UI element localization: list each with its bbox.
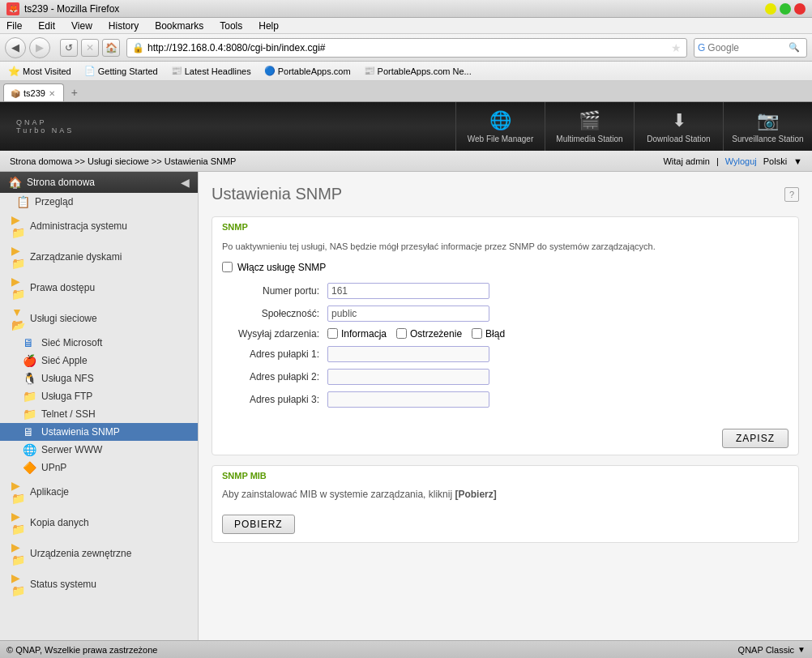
menu-tools[interactable]: Tools xyxy=(216,19,246,33)
multimedia-station-icon: 🎬 xyxy=(579,110,600,131)
telnet-icon: 📁 xyxy=(23,408,37,421)
sidebar-item-prawa-label: Prawa dostępu xyxy=(30,282,95,293)
download-button[interactable]: POBIERZ xyxy=(222,515,295,534)
snmp-section-content: Po uaktywnieniu tej usługi, NAS będzie m… xyxy=(212,232,798,422)
trap1-input[interactable] xyxy=(327,346,489,362)
sidebar-item-uslugi-label: Usługi sieciowe xyxy=(30,313,97,324)
language-dropdown-icon[interactable]: ▼ xyxy=(793,156,802,166)
bookmark-headlines-label: Latest Headlines xyxy=(185,66,251,76)
logout-link[interactable]: Wyloguj xyxy=(725,156,757,166)
star-icon[interactable]: ★ xyxy=(671,41,682,54)
firefox-icon: 🦊 xyxy=(6,2,19,15)
minimize-button[interactable] xyxy=(765,3,776,15)
sidebar-item-upnp[interactable]: 🔶 UPnP xyxy=(0,459,198,476)
nav-download-station[interactable]: ⬇ Download Station xyxy=(634,102,723,151)
sidebar-item-dyski[interactable]: ▶📁 Zarządzanie dyskami xyxy=(0,241,198,272)
nav-web-file-manager[interactable]: 🌐 Web File Manager xyxy=(455,102,545,151)
sidebar-item-ms[interactable]: 🖥 Sieć Microsoft xyxy=(0,334,198,352)
bookmark-portableapps-label: PortableApps.com xyxy=(278,66,351,76)
sidebar-item-prawa[interactable]: ▶📁 Prawa dostępu xyxy=(0,272,198,303)
mib-link[interactable]: [Pobierz] xyxy=(455,489,496,500)
sidebar: 🏠 Strona domowa ◀ 📋 Przegląd ▶📁 Administ… xyxy=(0,172,199,640)
community-label: Społeczność: xyxy=(222,308,327,319)
menu-file[interactable]: File xyxy=(3,19,25,33)
sidebar-item-uslugi[interactable]: ▼📂 Usługi sieciowe xyxy=(0,303,198,334)
getting-started-icon: 📄 xyxy=(84,66,96,76)
sidebar-collapse-button[interactable]: ◀ xyxy=(181,176,190,189)
event-informacja[interactable]: Informacja xyxy=(327,328,387,340)
snmp-section: SNMP Po uaktywnieniu tej usługi, NAS będ… xyxy=(212,216,799,455)
enable-snmp-checkbox[interactable] xyxy=(222,262,233,272)
sidebar-item-nfs[interactable]: 🐧 Usługa NFS xyxy=(0,370,198,387)
nav-surveillance-station[interactable]: 📷 Surveillance Station xyxy=(723,102,812,151)
event-blad-checkbox[interactable] xyxy=(472,328,482,339)
sidebar-item-urzadzenia[interactable]: ▶📁 Urządzenia zewnętrzne xyxy=(0,538,198,569)
menu-view[interactable]: View xyxy=(68,19,96,33)
nav-web-file-manager-label: Web File Manager xyxy=(468,135,534,143)
help-icon[interactable]: ? xyxy=(784,187,799,202)
port-input[interactable] xyxy=(327,283,489,299)
upnp-icon: 🔶 xyxy=(23,461,37,474)
bookmark-getting-started[interactable]: 📄 Getting Started xyxy=(81,64,161,78)
bookmark-portableapps[interactable]: 🔵 PortableApps.com xyxy=(261,64,354,78)
events-label: Wysyłaj zdarzenia: xyxy=(222,328,327,340)
welcome-text: Witaj admin xyxy=(663,156,709,166)
forward-button[interactable]: ▶ xyxy=(29,37,50,58)
sidebar-item-apple[interactable]: 🍎 Sieć Apple xyxy=(0,352,198,370)
events-checkboxes: Informacja Ostrzeżenie Błąd xyxy=(327,328,505,340)
bookmark-headlines[interactable]: 📰 Latest Headlines xyxy=(168,64,254,78)
menu-edit[interactable]: Edit xyxy=(35,19,58,33)
event-ostrzezenie[interactable]: Ostrzeżenie xyxy=(396,328,462,340)
sidebar-item-status[interactable]: ▶📁 Status systemu xyxy=(0,569,198,600)
sidebar-item-aplikacje[interactable]: ▶📁 Aplikacje xyxy=(0,476,198,507)
community-row: Społeczność: xyxy=(222,306,788,322)
search-button[interactable]: 🔍 xyxy=(788,42,800,53)
nav-multimedia-station[interactable]: 🎬 Multimedia Station xyxy=(545,102,634,151)
save-button[interactable]: ZAPISZ xyxy=(722,429,788,448)
trap3-input[interactable] xyxy=(327,391,489,408)
sidebar-item-ftp[interactable]: 📁 Usługa FTP xyxy=(0,387,198,405)
back-button[interactable]: ◀ xyxy=(5,37,26,58)
browser-titlebar: 🦊 ts239 - Mozilla Firefox xyxy=(0,0,812,18)
menu-help[interactable]: Help xyxy=(255,19,282,33)
theme-label: QNAP Classic xyxy=(738,645,794,655)
sidebar-item-kopia[interactable]: ▶📁 Kopia danych xyxy=(0,507,198,538)
nav-download-station-label: Download Station xyxy=(647,135,710,143)
address-input[interactable] xyxy=(147,42,671,53)
sidebar-item-telnet[interactable]: 📁 Telnet / SSH xyxy=(0,405,198,423)
www-icon: 🌐 xyxy=(23,443,37,456)
event-blad[interactable]: Błąd xyxy=(472,328,505,340)
maximize-button[interactable] xyxy=(780,3,791,15)
menu-bookmarks[interactable]: Bookmarks xyxy=(152,19,207,33)
community-input[interactable] xyxy=(327,306,489,322)
event-ostrzezenie-checkbox[interactable] xyxy=(396,328,407,339)
browser-tab[interactable]: 📦 ts239 ✕ xyxy=(3,83,64,101)
ms-icon: 🖥 xyxy=(23,336,37,349)
menu-history[interactable]: History xyxy=(105,19,142,33)
home-button[interactable]: 🏠 xyxy=(102,39,120,57)
sidebar-item-www[interactable]: 🌐 Serwer WWW xyxy=(0,441,198,459)
breadcrumb-separator: | xyxy=(716,156,719,166)
mib-section-content: Aby zainstalować MIB w systemie zarządza… xyxy=(212,481,798,542)
security-icon: 🔒 xyxy=(132,42,144,53)
sidebar-item-dyski-label: Zarządzanie dyskami xyxy=(30,251,122,263)
stop-button[interactable]: ✕ xyxy=(81,39,99,57)
main-layout: 🏠 Strona domowa ◀ 📋 Przegląd ▶📁 Administ… xyxy=(0,172,812,640)
close-button[interactable] xyxy=(794,3,806,15)
reload-button[interactable]: ↺ xyxy=(60,39,78,57)
nav-multimedia-station-label: Multimedia Station xyxy=(556,135,622,143)
trap2-input[interactable] xyxy=(327,369,489,385)
sidebar-item-przeglad[interactable]: 📋 Przegląd xyxy=(0,193,198,211)
language-selector[interactable]: Polski xyxy=(763,156,787,166)
event-informacja-checkbox[interactable] xyxy=(327,328,338,339)
theme-dropdown-icon[interactable]: ▼ xyxy=(797,645,806,654)
sidebar-item-snmp[interactable]: 🖥 Ustawienia SNMP xyxy=(0,423,198,441)
mib-section-title: SNMP MIB xyxy=(212,466,798,481)
bookmark-portableapps-ne[interactable]: 📰 PortableApps.com Ne... xyxy=(361,64,475,78)
sidebar-item-administracja[interactable]: ▶📁 Administracja systemu xyxy=(0,211,198,241)
bookmark-most-visited[interactable]: ⭐ Most Visited xyxy=(5,64,75,79)
search-input[interactable] xyxy=(707,42,788,53)
tab-close-button[interactable]: ✕ xyxy=(49,89,55,98)
new-tab-button[interactable]: + xyxy=(66,83,83,101)
status-bar: © QNAP, Wszelkie prawa zastrzeżone QNAP … xyxy=(0,640,812,658)
